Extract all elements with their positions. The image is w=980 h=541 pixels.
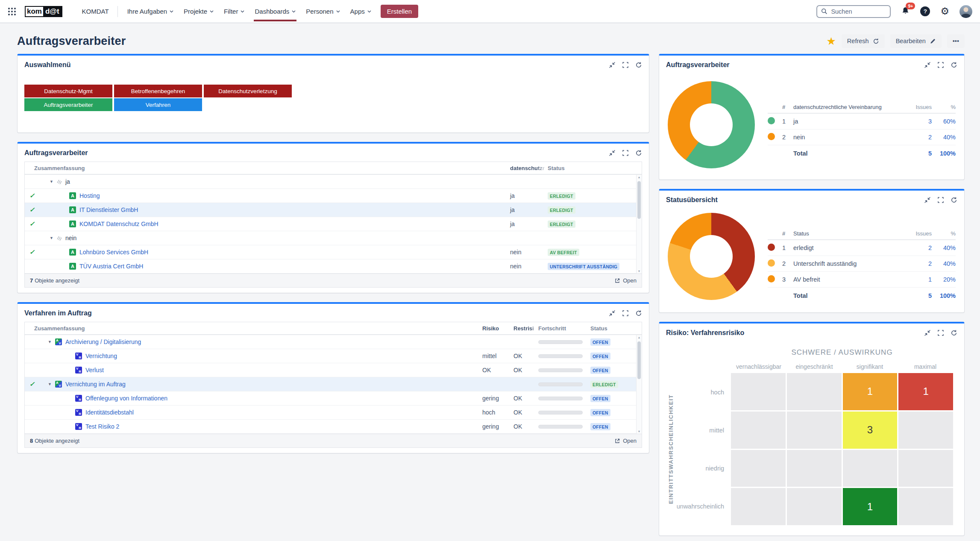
issue-link[interactable]: KOMDAT Datenschutz GmbH bbox=[79, 221, 158, 227]
scroll-up-icon[interactable] bbox=[637, 176, 642, 179]
column-status[interactable]: Status bbox=[590, 325, 636, 332]
issues-count-link[interactable]: 3 bbox=[907, 118, 932, 125]
fullscreen-icon[interactable] bbox=[622, 62, 629, 68]
issue-link[interactable]: Vernichtung bbox=[85, 353, 117, 359]
nav-item-dashboards[interactable]: Dashboards bbox=[254, 0, 296, 23]
scroll-up-icon[interactable] bbox=[637, 336, 642, 339]
nav-item-personen[interactable]: Personen bbox=[305, 0, 340, 23]
issue-link[interactable]: Archivierung / Digitalisierung bbox=[65, 338, 141, 345]
issue-link[interactable]: IT Dienstleister GmbH bbox=[79, 206, 138, 213]
risk-cell[interactable]: 3 bbox=[843, 412, 898, 449]
komdat-logo[interactable]: kom d@t bbox=[25, 6, 62, 17]
issue-link[interactable]: TÜV Austria Cert GmbH bbox=[79, 263, 143, 270]
column-risiko[interactable]: Risiko bbox=[482, 325, 513, 332]
collapse-triangle-icon[interactable] bbox=[48, 382, 52, 386]
table-scrollbar[interactable] bbox=[636, 175, 642, 273]
notifications-button[interactable]: 9+ bbox=[901, 6, 910, 17]
table-row[interactable]: Lohnbüro Services GmbH nein AV BEFREIT bbox=[25, 245, 642, 259]
column-restrisiko[interactable]: Restrisi bbox=[513, 325, 538, 332]
collapse-triangle-icon[interactable] bbox=[50, 179, 53, 184]
table-row[interactable]: Vernichtung im Auftrag ERLEDIGT bbox=[25, 377, 642, 391]
menu-button-betroffenenbegehren[interactable]: Betroffenenbegehren bbox=[114, 85, 202, 97]
scrollbar-thumb[interactable] bbox=[637, 181, 641, 219]
menu-button-verfahren[interactable]: Verfahren bbox=[114, 98, 202, 111]
issue-link[interactable]: Vernichtung im Auftrag bbox=[65, 381, 126, 388]
minimize-icon[interactable] bbox=[924, 197, 931, 203]
refresh-button[interactable]: Refresh bbox=[842, 34, 885, 48]
scroll-down-icon[interactable] bbox=[637, 270, 642, 273]
risk-cell[interactable]: 1 bbox=[898, 373, 953, 410]
collapse-triangle-icon[interactable] bbox=[50, 236, 53, 240]
minimize-icon[interactable] bbox=[609, 150, 616, 156]
menu-button-datenschutz-mgmt[interactable]: Datenschutz-Mgmt bbox=[24, 85, 112, 97]
gear-icon[interactable]: ⚙ bbox=[940, 6, 949, 16]
table-scrollbar[interactable] bbox=[636, 335, 642, 434]
table-row[interactable]: Identitätsdiebstahl hoch OK OFFEN bbox=[25, 406, 642, 420]
refresh-icon[interactable] bbox=[951, 329, 957, 336]
avatar[interactable] bbox=[959, 5, 972, 18]
fullscreen-icon[interactable] bbox=[622, 150, 629, 156]
table-row[interactable]: Verlust OK OK OFFEN bbox=[25, 363, 642, 377]
column-datenschutz[interactable]: datenschutzr bbox=[510, 165, 548, 171]
table-row[interactable]: Test Risiko 2 gering OK OFFEN bbox=[25, 420, 642, 434]
refresh-icon[interactable] bbox=[635, 62, 642, 68]
risk-cell[interactable]: 1 bbox=[843, 373, 898, 410]
column-status[interactable]: Status bbox=[548, 165, 636, 171]
nav-item-filter[interactable]: Filter bbox=[223, 0, 245, 23]
issue-link[interactable]: Offenlegung von Informationen bbox=[85, 395, 167, 402]
issue-link[interactable]: Verlust bbox=[85, 367, 104, 373]
scroll-down-icon[interactable] bbox=[637, 430, 642, 433]
menu-button-datenschutzverletzung[interactable]: Datenschutzverletzung bbox=[204, 85, 292, 97]
issues-count-link[interactable]: 1 bbox=[907, 276, 932, 283]
more-actions-button[interactable]: ••• bbox=[947, 34, 965, 48]
open-link[interactable]: Open bbox=[614, 277, 637, 284]
group-row-ja[interactable]: ja bbox=[25, 175, 642, 189]
issue-link[interactable]: Test Risiko 2 bbox=[85, 423, 119, 430]
minimize-icon[interactable] bbox=[924, 329, 931, 336]
refresh-icon[interactable] bbox=[951, 197, 957, 203]
column-fortschritt[interactable]: Fortschritt bbox=[538, 325, 590, 332]
nav-item-projekte[interactable]: Projekte bbox=[183, 0, 214, 23]
issue-link[interactable]: Identitätsdiebstahl bbox=[85, 409, 134, 416]
column-zusammenfassung[interactable]: Zusammenfassung bbox=[25, 325, 482, 332]
table-row[interactable]: Hosting ja ERLEDIGT bbox=[25, 189, 642, 203]
edit-button[interactable]: Bearbeiten bbox=[890, 34, 942, 48]
app-switcher-icon[interactable] bbox=[8, 7, 16, 16]
fullscreen-icon[interactable] bbox=[937, 197, 944, 203]
minimize-icon[interactable] bbox=[609, 62, 616, 68]
collapse-triangle-icon[interactable] bbox=[48, 340, 52, 344]
issues-count-link[interactable]: 2 bbox=[907, 260, 932, 267]
favorite-star-icon[interactable] bbox=[826, 36, 836, 47]
menu-button-auftragsverarbeiter[interactable]: Auftragsverarbeiter bbox=[24, 98, 112, 111]
fullscreen-icon[interactable] bbox=[937, 329, 944, 336]
nav-item-ihre-aufgaben[interactable]: Ihre Aufgaben bbox=[126, 0, 174, 23]
nav-item-apps[interactable]: Apps bbox=[349, 0, 372, 23]
search-box[interactable] bbox=[816, 5, 891, 18]
group-row-nein[interactable]: nein bbox=[25, 231, 642, 245]
table-row[interactable]: Offenlegung von Informationen gering OK … bbox=[25, 391, 642, 406]
refresh-icon[interactable] bbox=[635, 150, 642, 156]
table-row[interactable]: KOMDAT Datenschutz GmbH ja ERLEDIGT bbox=[25, 217, 642, 231]
issue-link[interactable]: Lohnbüro Services GmbH bbox=[79, 249, 148, 256]
table-row[interactable]: Archivierung / Digitalisierung OFFEN bbox=[25, 335, 642, 349]
risk-cell[interactable]: 1 bbox=[843, 488, 898, 525]
minimize-icon[interactable] bbox=[609, 310, 616, 317]
open-link[interactable]: Open bbox=[614, 438, 637, 444]
table-row[interactable]: TÜV Austria Cert GmbH nein UNTERSCHRIFT … bbox=[25, 259, 642, 273]
table-row[interactable]: IT Dienstleister GmbH ja ERLEDIGT bbox=[25, 203, 642, 217]
search-input[interactable] bbox=[831, 8, 878, 15]
issues-count-link[interactable]: 2 bbox=[907, 244, 932, 251]
fullscreen-icon[interactable] bbox=[937, 62, 944, 68]
create-button[interactable]: Erstellen bbox=[381, 5, 418, 18]
issues-count-link[interactable]: 2 bbox=[907, 134, 932, 141]
minimize-icon[interactable] bbox=[924, 62, 931, 68]
refresh-icon[interactable] bbox=[635, 310, 642, 317]
issue-link[interactable]: Hosting bbox=[79, 192, 100, 199]
table-row[interactable]: Vernichtung mittel OK OFFEN bbox=[25, 349, 642, 363]
refresh-icon[interactable] bbox=[951, 62, 957, 68]
help-button[interactable]: ? bbox=[920, 6, 930, 16]
fullscreen-icon[interactable] bbox=[622, 310, 629, 317]
scrollbar-thumb[interactable] bbox=[637, 341, 641, 379]
column-zusammenfassung[interactable]: Zusammenfassung bbox=[25, 165, 510, 171]
nav-item-komdat[interactable]: KOMDAT bbox=[82, 8, 109, 15]
